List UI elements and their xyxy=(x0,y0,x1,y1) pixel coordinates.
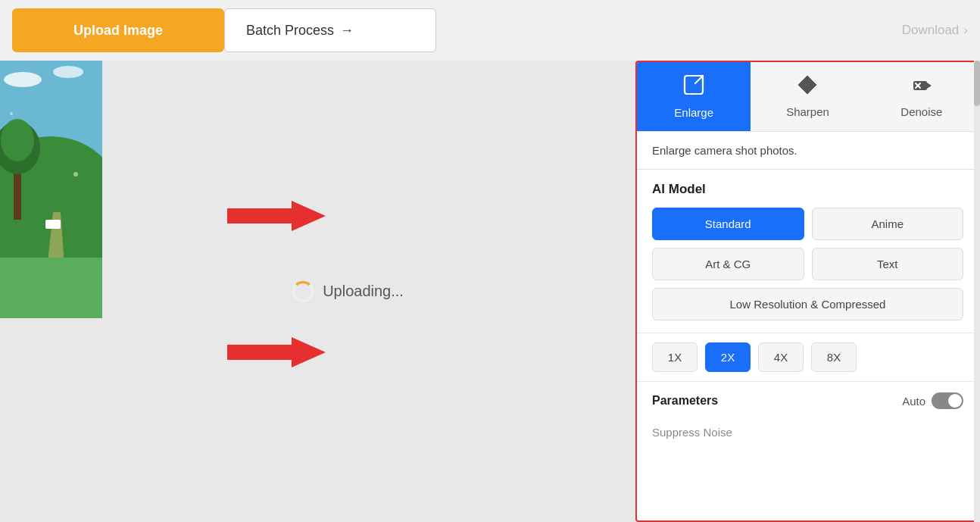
batch-arrow: → xyxy=(340,23,354,39)
scale-2x-button[interactable]: 2X xyxy=(705,342,751,372)
model-standard-button[interactable]: Standard xyxy=(652,208,804,240)
svg-point-10 xyxy=(10,112,13,115)
toolbar: Upload Image Batch Process → Download › xyxy=(0,0,980,61)
model-grid: Standard Anime Art & CG Text xyxy=(652,208,963,280)
svg-point-1 xyxy=(4,72,42,87)
right-panel: Enlarge Sharpen xyxy=(635,61,980,522)
model-artcg-button[interactable]: Art & CG xyxy=(652,248,804,280)
tab-enlarge-label: Enlarge xyxy=(674,106,713,119)
download-area[interactable]: Download › xyxy=(902,23,968,38)
uploading-text: Uploading... xyxy=(323,283,404,300)
svg-rect-11 xyxy=(45,220,61,229)
arrow-2 xyxy=(227,333,326,374)
suppress-noise-row: Suppress Noise xyxy=(637,420,978,452)
svg-marker-15 xyxy=(798,76,816,94)
scrollbar-thumb[interactable] xyxy=(974,61,980,106)
denoise-icon xyxy=(912,75,932,99)
svg-rect-8 xyxy=(0,258,102,318)
parameters-row: Parameters Auto xyxy=(637,381,978,420)
model-lowres-button[interactable]: Low Resolution & Compressed xyxy=(652,288,963,320)
ai-model-section: AI Model Standard Anime Art & CG Text Lo… xyxy=(637,170,978,333)
main-content: Uploading... Enlarge xyxy=(0,61,980,522)
mode-tabs: Enlarge Sharpen xyxy=(637,62,978,132)
scale-buttons: 1X 2X 4X 8X xyxy=(637,333,978,381)
tab-enlarge[interactable]: Enlarge xyxy=(637,62,751,131)
svg-marker-12 xyxy=(227,201,326,231)
scale-1x-button[interactable]: 1X xyxy=(652,342,698,372)
scale-4x-button[interactable]: 4X xyxy=(758,342,804,372)
batch-label: Batch Process xyxy=(246,23,334,39)
thumbnail-image xyxy=(0,61,102,318)
image-panel: Uploading... xyxy=(0,61,635,522)
tab-denoise-label: Denoise xyxy=(900,105,942,118)
sharpen-icon xyxy=(797,75,817,99)
tab-sharpen-label: Sharpen xyxy=(786,105,829,118)
svg-rect-16 xyxy=(913,81,927,90)
batch-process-button[interactable]: Batch Process → xyxy=(224,8,436,52)
arrow-1 xyxy=(227,197,326,238)
suppress-noise-label: Suppress Noise xyxy=(652,426,732,439)
tab-sharpen[interactable]: Sharpen xyxy=(751,62,864,131)
auto-toggle-area: Auto xyxy=(902,392,963,409)
auto-label: Auto xyxy=(902,395,925,408)
model-text-button[interactable]: Text xyxy=(812,248,964,280)
svg-point-9 xyxy=(73,172,78,177)
upload-spinner xyxy=(292,281,314,302)
uploading-area: Uploading... xyxy=(292,281,404,302)
download-chevron: › xyxy=(963,23,968,38)
download-label: Download xyxy=(902,23,960,38)
scale-8x-button[interactable]: 8X xyxy=(811,342,857,372)
svg-marker-13 xyxy=(227,337,326,367)
toggle-knob xyxy=(948,394,962,408)
svg-marker-17 xyxy=(927,83,932,89)
tab-denoise[interactable]: Denoise xyxy=(865,62,978,131)
enlarge-icon xyxy=(683,74,704,100)
upload-image-button[interactable]: Upload Image xyxy=(12,8,224,52)
svg-point-2 xyxy=(53,66,83,78)
scrollbar-track[interactable] xyxy=(974,61,980,522)
ai-model-title: AI Model xyxy=(652,182,963,197)
svg-point-7 xyxy=(1,119,34,161)
panel-description: Enlarge camera shot photos. xyxy=(637,132,978,170)
auto-toggle-switch[interactable] xyxy=(932,392,963,409)
model-anime-button[interactable]: Anime xyxy=(812,208,964,240)
parameters-label: Parameters xyxy=(652,394,718,408)
